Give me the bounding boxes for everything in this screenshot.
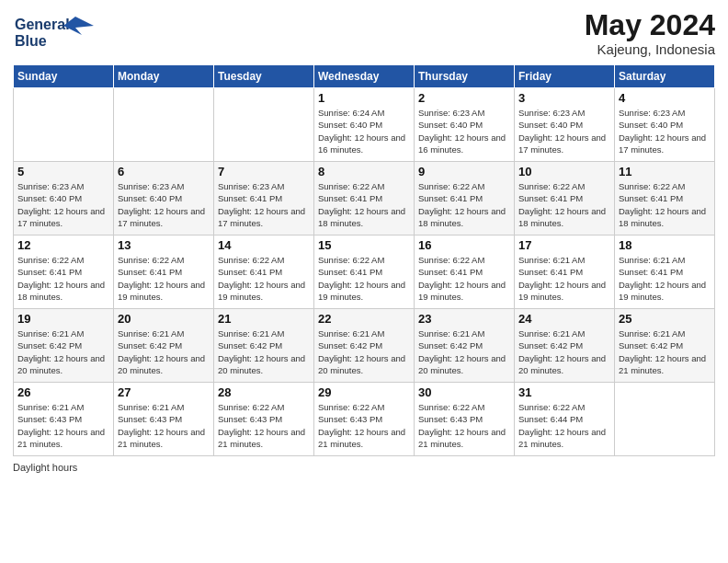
calendar-cell: 2Sunrise: 6:23 AM Sunset: 6:40 PM Daylig…: [415, 88, 515, 162]
day-info: Sunrise: 6:21 AM Sunset: 6:41 PM Dayligh…: [518, 254, 610, 303]
day-number: 23: [418, 312, 510, 326]
day-info: Sunrise: 6:22 AM Sunset: 6:41 PM Dayligh…: [318, 254, 410, 303]
day-info: Sunrise: 6:23 AM Sunset: 6:40 PM Dayligh…: [518, 107, 610, 155]
day-number: 17: [518, 238, 610, 252]
calendar-cell: 12Sunrise: 6:22 AM Sunset: 6:41 PM Dayli…: [14, 236, 114, 309]
day-header-monday: Monday: [114, 65, 214, 88]
calendar-cell: 21Sunrise: 6:21 AM Sunset: 6:42 PM Dayli…: [214, 309, 314, 383]
calendar-cell: 7Sunrise: 6:23 AM Sunset: 6:41 PM Daylig…: [214, 162, 314, 236]
day-number: 2: [418, 91, 510, 105]
calendar-cell: [14, 88, 114, 162]
day-number: 9: [418, 165, 510, 178]
week-row-4: 19Sunrise: 6:21 AM Sunset: 6:42 PM Dayli…: [14, 309, 715, 383]
day-info: Sunrise: 6:22 AM Sunset: 6:41 PM Dayligh…: [218, 254, 310, 303]
calendar-cell: [114, 88, 214, 162]
day-number: 14: [218, 238, 310, 252]
day-info: Sunrise: 6:21 AM Sunset: 6:42 PM Dayligh…: [218, 327, 310, 376]
calendar-cell: 25Sunrise: 6:21 AM Sunset: 6:42 PM Dayli…: [615, 309, 715, 383]
calendar-cell: 16Sunrise: 6:22 AM Sunset: 6:41 PM Dayli…: [415, 236, 515, 309]
calendar-cell: 13Sunrise: 6:22 AM Sunset: 6:41 PM Dayli…: [114, 236, 214, 309]
location: Kajeung, Indonesia: [585, 41, 715, 57]
calendar-cell: 6Sunrise: 6:23 AM Sunset: 6:40 PM Daylig…: [114, 162, 214, 236]
calendar-cell: [214, 88, 314, 162]
day-header-sunday: Sunday: [14, 65, 114, 88]
calendar-cell: 20Sunrise: 6:21 AM Sunset: 6:42 PM Dayli…: [114, 309, 214, 383]
day-number: 16: [418, 238, 510, 252]
day-number: 3: [518, 91, 610, 105]
day-info: Sunrise: 6:23 AM Sunset: 6:40 PM Dayligh…: [118, 180, 210, 229]
week-row-5: 26Sunrise: 6:21 AM Sunset: 6:43 PM Dayli…: [14, 383, 715, 456]
day-number: 21: [218, 312, 310, 326]
day-info: Sunrise: 6:22 AM Sunset: 6:41 PM Dayligh…: [518, 180, 610, 229]
day-number: 8: [318, 165, 410, 178]
day-header-saturday: Saturday: [615, 65, 715, 88]
day-header-tuesday: Tuesday: [214, 65, 314, 88]
calendar-cell: 23Sunrise: 6:21 AM Sunset: 6:42 PM Dayli…: [415, 309, 515, 383]
calendar-cell: 3Sunrise: 6:23 AM Sunset: 6:40 PM Daylig…: [515, 88, 615, 162]
calendar-table: SundayMondayTuesdayWednesdayThursdayFrid…: [13, 64, 715, 456]
calendar-cell: 24Sunrise: 6:21 AM Sunset: 6:42 PM Dayli…: [515, 309, 615, 383]
day-info: Sunrise: 6:24 AM Sunset: 6:40 PM Dayligh…: [318, 107, 410, 155]
day-header-wednesday: Wednesday: [314, 65, 415, 88]
calendar-page: General Blue May 2024 Kajeung, Indonesia…: [0, 0, 728, 563]
month-title: May 2024: [585, 9, 715, 41]
day-number: 30: [418, 385, 510, 399]
calendar-cell: 14Sunrise: 6:22 AM Sunset: 6:41 PM Dayli…: [214, 236, 314, 309]
calendar-cell: 30Sunrise: 6:22 AM Sunset: 6:43 PM Dayli…: [415, 383, 515, 456]
day-number: 25: [619, 312, 711, 326]
day-info: Sunrise: 6:21 AM Sunset: 6:43 PM Dayligh…: [118, 401, 210, 450]
day-info: Sunrise: 6:22 AM Sunset: 6:41 PM Dayligh…: [118, 254, 210, 303]
day-number: 15: [318, 238, 410, 252]
logo-text: General Blue: [13, 9, 96, 55]
calendar-cell: 9Sunrise: 6:22 AM Sunset: 6:41 PM Daylig…: [415, 162, 515, 236]
day-info: Sunrise: 6:22 AM Sunset: 6:41 PM Dayligh…: [619, 180, 711, 229]
day-number: 27: [118, 385, 210, 399]
svg-text:General: General: [15, 17, 70, 32]
calendar-cell: 1Sunrise: 6:24 AM Sunset: 6:40 PM Daylig…: [314, 88, 415, 162]
day-number: 1: [318, 91, 410, 105]
calendar-cell: 19Sunrise: 6:21 AM Sunset: 6:42 PM Dayli…: [14, 309, 114, 383]
day-info: Sunrise: 6:23 AM Sunset: 6:41 PM Dayligh…: [218, 180, 310, 229]
svg-text:Blue: Blue: [15, 33, 47, 49]
day-number: 24: [518, 312, 610, 326]
day-info: Sunrise: 6:23 AM Sunset: 6:40 PM Dayligh…: [418, 107, 510, 155]
daylight-label: Daylight hours: [13, 462, 77, 473]
day-number: 29: [318, 385, 410, 399]
calendar-cell: 22Sunrise: 6:21 AM Sunset: 6:42 PM Dayli…: [314, 309, 415, 383]
day-info: Sunrise: 6:22 AM Sunset: 6:41 PM Dayligh…: [318, 180, 410, 229]
day-number: 19: [17, 312, 109, 326]
calendar-cell: 8Sunrise: 6:22 AM Sunset: 6:41 PM Daylig…: [314, 162, 415, 236]
day-info: Sunrise: 6:22 AM Sunset: 6:44 PM Dayligh…: [518, 401, 610, 450]
calendar-cell: 15Sunrise: 6:22 AM Sunset: 6:41 PM Dayli…: [314, 236, 415, 309]
calendar-cell: 31Sunrise: 6:22 AM Sunset: 6:44 PM Dayli…: [515, 383, 615, 456]
day-info: Sunrise: 6:21 AM Sunset: 6:42 PM Dayligh…: [318, 327, 410, 376]
day-info: Sunrise: 6:22 AM Sunset: 6:41 PM Dayligh…: [418, 254, 510, 303]
day-info: Sunrise: 6:21 AM Sunset: 6:41 PM Dayligh…: [619, 254, 711, 303]
day-header-friday: Friday: [515, 65, 615, 88]
week-row-3: 12Sunrise: 6:22 AM Sunset: 6:41 PM Dayli…: [14, 236, 715, 309]
calendar-cell: 29Sunrise: 6:22 AM Sunset: 6:43 PM Dayli…: [314, 383, 415, 456]
header-row: SundayMondayTuesdayWednesdayThursdayFrid…: [14, 65, 715, 88]
day-info: Sunrise: 6:22 AM Sunset: 6:43 PM Dayligh…: [218, 401, 310, 450]
day-info: Sunrise: 6:22 AM Sunset: 6:43 PM Dayligh…: [318, 401, 410, 450]
day-info: Sunrise: 6:21 AM Sunset: 6:42 PM Dayligh…: [118, 327, 210, 376]
day-number: 11: [619, 165, 711, 178]
day-info: Sunrise: 6:21 AM Sunset: 6:42 PM Dayligh…: [17, 327, 109, 376]
day-number: 28: [218, 385, 310, 399]
week-row-2: 5Sunrise: 6:23 AM Sunset: 6:40 PM Daylig…: [14, 162, 715, 236]
day-number: 18: [619, 238, 711, 252]
calendar-cell: 27Sunrise: 6:21 AM Sunset: 6:43 PM Dayli…: [114, 383, 214, 456]
day-number: 22: [318, 312, 410, 326]
day-info: Sunrise: 6:21 AM Sunset: 6:43 PM Dayligh…: [17, 401, 109, 450]
title-block: May 2024 Kajeung, Indonesia: [585, 9, 715, 57]
day-info: Sunrise: 6:21 AM Sunset: 6:42 PM Dayligh…: [418, 327, 510, 376]
calendar-cell: 4Sunrise: 6:23 AM Sunset: 6:40 PM Daylig…: [615, 88, 715, 162]
day-number: 7: [218, 165, 310, 178]
day-info: Sunrise: 6:22 AM Sunset: 6:41 PM Dayligh…: [418, 180, 510, 229]
logo: General Blue: [13, 9, 96, 55]
day-info: Sunrise: 6:23 AM Sunset: 6:40 PM Dayligh…: [17, 180, 109, 229]
day-number: 6: [118, 165, 210, 178]
calendar-cell: 26Sunrise: 6:21 AM Sunset: 6:43 PM Dayli…: [14, 383, 114, 456]
day-info: Sunrise: 6:21 AM Sunset: 6:42 PM Dayligh…: [518, 327, 610, 376]
calendar-cell: 28Sunrise: 6:22 AM Sunset: 6:43 PM Dayli…: [214, 383, 314, 456]
